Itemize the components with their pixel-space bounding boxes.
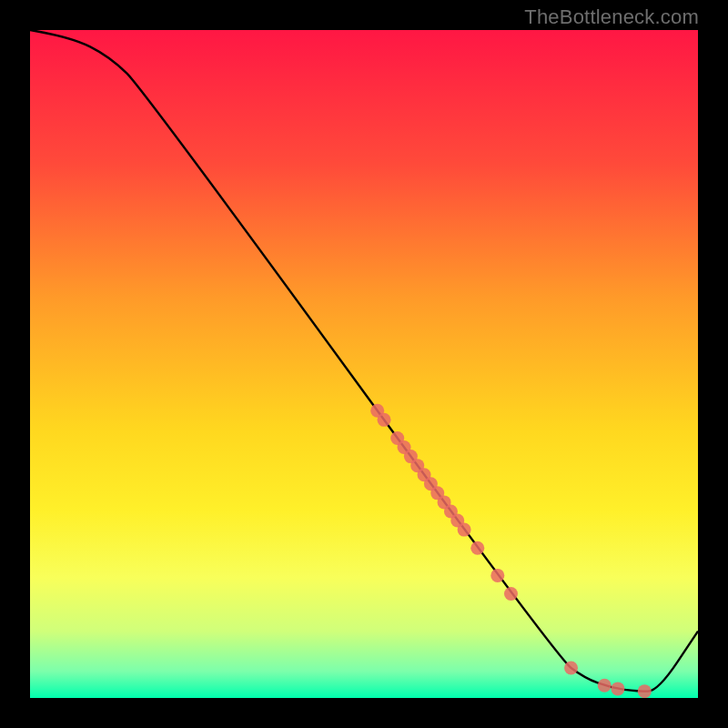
data-marker: [378, 413, 391, 427]
data-marker: [611, 682, 624, 695]
data-marker: [458, 523, 471, 537]
chart-svg: [30, 30, 698, 698]
watermark-text: TheBottleneck.com: [524, 5, 699, 29]
data-marker: [504, 587, 518, 601]
plot-area: [30, 30, 698, 698]
data-marker: [638, 684, 652, 698]
data-marker: [490, 569, 504, 582]
data-marker: [470, 541, 484, 555]
data-marker: [598, 679, 612, 693]
heatmap-background: [30, 30, 698, 698]
chart-stage: TheBottleneck.com: [0, 0, 728, 728]
data-marker: [564, 661, 578, 674]
